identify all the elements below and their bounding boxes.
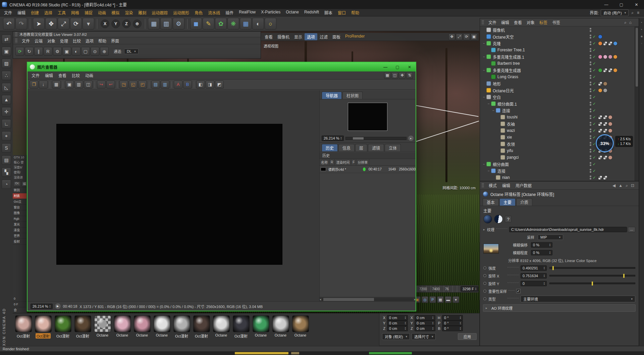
search-icon[interactable]: ⌕ [631,10,634,15]
paint-icon[interactable]: ▤ [2,155,11,165]
enabled-check-icon[interactable] [593,88,597,93]
object-row[interactable]: 衣袖 [480,120,635,127]
goto-end-icon[interactable]: ↩ [106,81,115,89]
size-field[interactable]: 0 cm [415,326,435,331]
object-row[interactable]: 摄像机 [480,27,635,33]
film-b-icon[interactable]: ▥ [161,81,169,89]
material-label[interactable]: Oct漫射 [75,333,90,339]
texture-tag-icon[interactable] [603,122,607,126]
focus-picker-icon[interactable]: ⊙ [91,47,99,56]
back-icon[interactable]: ◀ [612,183,616,188]
menu-item[interactable]: 模拟 [109,9,122,16]
attribute-tab[interactable]: 介质 [516,198,532,206]
pv-toolbar-icon[interactable] [50,81,50,88]
image-canvas-area[interactable] [28,90,320,301]
zoom-stepper[interactable] [340,137,341,140]
menu-item[interactable]: 工具 [55,9,68,16]
target-icon[interactable]: ◎ [422,296,428,303]
navigator-thumbnail[interactable] [348,103,387,131]
dual-view-icon[interactable]: ◫ [84,81,93,89]
enabled-check-icon[interactable] [593,175,597,180]
slider-handle[interactable] [592,282,593,286]
rendered-image[interactable] [56,124,282,265]
material-item[interactable]: Octane [251,314,271,338]
enabled-check-icon[interactable] [593,102,597,106]
side-panel-tab[interactable]: 编 [21,181,27,186]
rotation-field[interactable]: 0 ° [442,315,463,320]
object-row[interactable]: − 多重克隆生成器 [480,67,635,73]
enabled-check-icon[interactable] [593,41,597,46]
slider-track[interactable] [549,283,635,284]
redo-icon[interactable]: ↷ [15,18,27,30]
object-row[interactable]: toushi [480,114,635,120]
picture-viewer-title-bar[interactable]: 图片查看器 — ▢ ✕ [28,62,416,71]
scroll-right-arrow[interactable]: ▸ [414,298,416,301]
pv-toolbar-icon[interactable] [117,81,117,88]
material-item[interactable]: Octane [211,314,231,338]
render-pass-item[interactable]: 投射 [13,239,26,245]
material-item[interactable]: Octane [112,314,132,338]
object-row[interactable]: − 细分曲面.1 [480,100,635,107]
texture-tag-icon[interactable] [598,115,602,119]
enabled-check-icon[interactable] [593,82,597,86]
enabled-check-icon[interactable] [593,122,597,126]
object-label[interactable]: 空白 [493,94,501,100]
object-row[interactable]: Octane天空 [480,33,635,40]
coordinate-system-icon[interactable]: ⊕ [133,19,142,28]
detach-icon[interactable]: ✥ [399,72,406,79]
object-label[interactable]: 衣袖 [507,121,515,127]
material-thumbnail[interactable] [55,315,71,332]
visibility-dots[interactable] [590,122,591,126]
visibility-dots[interactable] [590,48,591,52]
home-icon[interactable]: ⌂ [629,20,632,25]
object-label[interactable]: wazi [507,128,515,133]
lock-icon[interactable]: ⊡ [630,183,635,188]
menu-item[interactable]: 捕捉 [82,9,95,16]
enabled-check-icon[interactable] [593,48,597,52]
history-column-header[interactable]: 名称 [320,159,329,165]
viewport-menu-item[interactable]: 选项 [305,33,317,40]
scroll-left-arrow[interactable]: ◂ [320,298,321,301]
object-label[interactable]: toushi [507,115,518,119]
live-viewer-menu-item[interactable]: 选项 [83,38,96,44]
texture-tag-icon[interactable] [598,155,602,160]
slider-handle[interactable] [552,266,554,270]
position-field[interactable]: 0 cm [387,320,408,326]
texture-tag-icon[interactable] [603,155,607,160]
material-tag-icon[interactable] [608,115,612,119]
menu-item[interactable]: 窗口 [335,9,348,16]
material-tag-icon[interactable] [608,55,612,59]
object-manager-scrollbar[interactable] [635,27,639,181]
slider-track[interactable] [549,275,635,276]
channel-dropdown[interactable]: DL [124,49,139,54]
object-manager-menu-item[interactable]: 书签 [550,19,562,26]
search-icon[interactable]: ⌕ [625,183,629,188]
keyframe-dot-icon[interactable] [483,282,486,285]
history-tab[interactable]: 历史 [322,144,338,151]
lock-resolution-icon[interactable]: ▣ [62,47,71,56]
dual-pane-icon[interactable]: ◫ [391,72,398,79]
region-c-icon[interactable]: ◰ [138,81,147,89]
history-tab[interactable]: 信息 [338,144,355,151]
expand-toggle-icon[interactable]: − [482,68,486,72]
enabled-check-icon[interactable] [593,68,597,72]
size-field[interactable]: 0 cm [415,320,435,326]
render-pass-item[interactable]: 转到 [13,188,26,193]
render-view-icon[interactable]: ▦ [148,18,160,30]
visibility-dots[interactable] [590,95,591,99]
slider-track[interactable] [549,267,635,269]
layout-icon[interactable]: ▦ [52,81,61,89]
zoom-field[interactable]: 26.214 % [322,136,344,141]
material-label[interactable]: Oct漫射 [174,333,189,339]
menu-item[interactable]: X-Particles [258,9,283,16]
texture-path-field[interactable]: C:\Users\Administrator\Downloads\spruit_… [509,227,627,232]
visibility-dots[interactable] [590,162,591,166]
object-row[interactable]: Forester Tree.1 [480,47,635,53]
apply-button[interactable]: 应用 [458,333,477,340]
points-mode-icon[interactable]: ∴ [2,71,11,80]
history-tab[interactable]: 立体 [385,144,401,151]
object-row[interactable]: − 多重克隆生成器.1 [480,53,635,60]
material-tag-icon[interactable] [613,55,618,59]
menu-item[interactable]: RealFlow [236,9,258,16]
compare-swap-icon[interactable]: ◩ [215,81,224,89]
